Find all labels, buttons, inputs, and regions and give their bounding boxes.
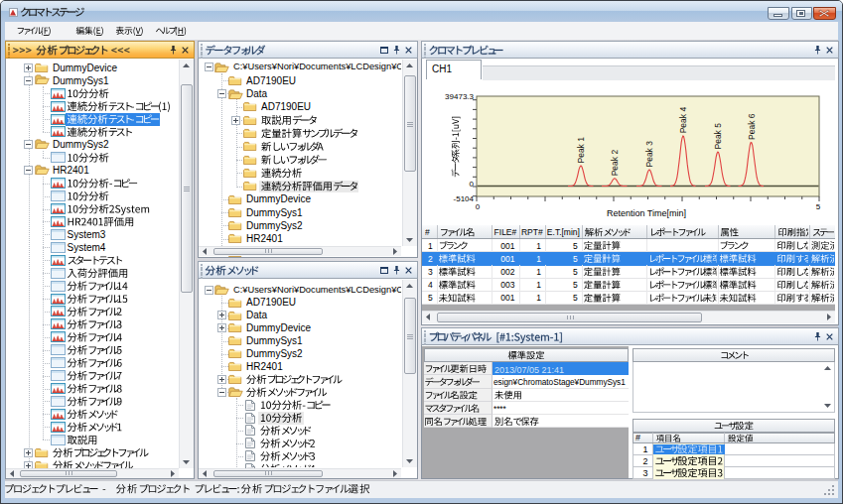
svg-text:Peak 2: Peak 2: [610, 150, 620, 177]
svg-text:Peak 3: Peak 3: [644, 141, 654, 168]
svg-text:5: 5: [816, 202, 821, 211]
svg-text:Peak 4: Peak 4: [678, 107, 688, 134]
svg-text:39473.3: 39473.3: [445, 92, 474, 101]
svg-text:Peak 6: Peak 6: [747, 113, 757, 140]
svg-text:Peak 1: Peak 1: [576, 137, 586, 164]
svg-text:-5104: -5104: [454, 194, 475, 203]
svg-text:0: 0: [470, 180, 475, 189]
svg-text:Peak 5: Peak 5: [713, 123, 723, 150]
svg-text:0: 0: [476, 202, 481, 211]
svg-text:Retention Time[min]: Retention Time[min]: [607, 208, 686, 218]
